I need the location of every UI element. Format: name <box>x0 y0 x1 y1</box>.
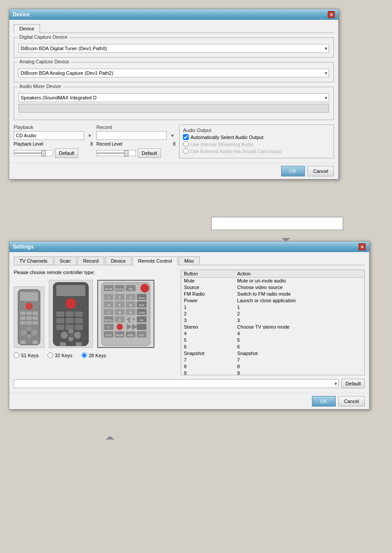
device-cancel-button[interactable]: Cancel <box>308 166 334 176</box>
svg-rect-29 <box>66 325 73 330</box>
svg-point-13 <box>27 327 31 331</box>
audio-mixer-group: Audio Mixer Device Speakers (SoundMAX In… <box>14 87 334 120</box>
audio-mixer-dropdown[interactable]: Speakers (SoundMAX Integrated D <box>18 93 329 102</box>
record-slider-track[interactable] <box>96 150 136 156</box>
table-row[interactable]: 88 <box>181 363 364 370</box>
svg-rect-24 <box>75 311 83 317</box>
settings-ok-button[interactable]: OK <box>312 396 336 407</box>
assign-dropdown[interactable] <box>14 379 339 388</box>
device-dialog-close[interactable]: ✕ <box>328 11 335 18</box>
playback-slider-row: Default <box>14 148 93 158</box>
svg-text:Source: Source <box>115 288 124 290</box>
table-row[interactable]: 66 <box>181 344 364 350</box>
svg-rect-7 <box>26 316 32 320</box>
svg-rect-10 <box>26 321 32 325</box>
external-audio-row: Use External Audio (via Sound Card Input… <box>183 148 330 154</box>
table-cell-action: 9 <box>234 370 364 376</box>
device-ok-button[interactable]: OK <box>281 166 305 176</box>
table-cell-button: 1 <box>181 304 234 311</box>
settings-dialog-titlebar: Settings ✕ <box>9 242 369 252</box>
table-row[interactable]: 99 <box>181 370 364 376</box>
table-cell-action: Mute or un-mute audio <box>234 278 364 284</box>
svg-point-2 <box>26 303 33 310</box>
table-row[interactable]: SnapshotSnapshot <box>181 350 364 357</box>
playback-level-value: 8 <box>90 142 93 146</box>
internal-streaming-label: Use Internal Streaming Audio <box>191 142 253 147</box>
remote-image-51keys[interactable] <box>14 286 44 348</box>
tab-misc[interactable]: Misc <box>179 256 200 265</box>
digital-capture-group: Digital Capture Device DiBcom BDA Digita… <box>14 37 334 58</box>
svg-point-35 <box>69 333 73 337</box>
playback-dropdown-wrapper: CD Audio ▼ <box>14 131 93 140</box>
audio-output-label: Audio Output <box>183 128 330 133</box>
audio-output-section: Audio Output Automatically Select Audio … <box>179 125 334 158</box>
table-row[interactable]: 22 <box>181 311 364 317</box>
radio-32-keys[interactable] <box>48 352 53 358</box>
record-slider-thumb[interactable] <box>124 150 128 157</box>
table-row[interactable]: 77 <box>181 357 364 363</box>
callout-top-bubble <box>211 217 343 230</box>
tab-scan[interactable]: Scan <box>54 256 77 265</box>
auto-select-label: Automatically Select Audio Output <box>191 135 264 140</box>
playback-slider-track[interactable] <box>14 150 53 156</box>
svg-text:3: 3 <box>130 296 132 300</box>
table-cell-action: 1 <box>234 304 364 311</box>
svg-text:1: 1 <box>108 296 110 300</box>
col-action: Action <box>234 270 364 278</box>
table-cell-action: Switch to FM radio mode <box>234 291 364 297</box>
auto-select-checkbox[interactable] <box>183 134 189 140</box>
table-cell-button: FM Radio <box>181 291 234 297</box>
table-row[interactable]: PowerLaunch or close application <box>181 297 364 304</box>
radio-51-keys[interactable] <box>14 352 19 358</box>
playback-default-button[interactable]: Default <box>55 148 78 158</box>
remote-image-28keys[interactable]: MUTE Source FM 1 <box>97 280 154 348</box>
table-row[interactable]: FM RadioSwitch to FM radio mode <box>181 291 364 297</box>
settings-dialog-footer: OK Cancel <box>9 393 369 409</box>
record-level-value: 8 <box>173 142 176 146</box>
settings-dialog-container: Settings ✕ TV Channels Scan Record Devic… <box>9 241 370 436</box>
label-32-keys: 32 Keys <box>55 353 73 358</box>
record-dropdown[interactable] <box>96 131 167 140</box>
record-default-button[interactable]: Default <box>138 148 161 158</box>
analog-capture-dropdown[interactable]: DiBcom BDA Analog Capture (Dev1 Path2) <box>18 69 329 77</box>
col-button: Button <box>181 270 234 278</box>
tab-device[interactable]: Device <box>105 256 132 265</box>
tab-remote-control[interactable]: Remote Control <box>132 256 178 265</box>
remote-image-32keys[interactable] <box>49 280 93 348</box>
playback-slider-thumb[interactable] <box>41 150 46 157</box>
remote-28-svg: MUTE Source FM 1 <box>99 282 152 347</box>
action-table-wrapper[interactable]: Button Action MuteMute or un-mute audioS… <box>181 270 365 375</box>
svg-text:NEXT: NEXT <box>139 334 144 337</box>
table-row[interactable]: 55 <box>181 337 364 344</box>
table-row[interactable]: 33 <box>181 317 364 324</box>
auto-select-row: Automatically Select Audio Output <box>183 134 330 140</box>
table-row[interactable]: 44 <box>181 330 364 337</box>
svg-text:4: 4 <box>108 303 110 307</box>
action-table: Button Action MuteMute or un-mute audioS… <box>181 270 364 375</box>
table-cell-button: 8 <box>181 363 234 370</box>
settings-cancel-button[interactable]: Cancel <box>338 396 365 407</box>
table-row[interactable]: SourceChoose video source <box>181 284 364 291</box>
assign-default-button[interactable]: Default <box>341 379 365 388</box>
table-row[interactable]: StereoChoose TV stereo mode <box>181 324 364 330</box>
device-dialog-titlebar: Device ✕ <box>9 9 338 20</box>
table-cell-action: 8 <box>234 363 364 370</box>
playback-dropdown[interactable]: CD Audio <box>14 131 84 140</box>
external-audio-radio[interactable] <box>183 148 189 154</box>
tab-record[interactable]: Record <box>77 256 104 265</box>
radio-28-keys[interactable] <box>81 352 87 358</box>
tab-device[interactable]: Device <box>14 24 40 33</box>
digital-capture-dropdown[interactable]: DiBcom BDA Digital Tuner (Dev1 Path0) <box>18 44 329 53</box>
remote-radio-51: 51 Keys <box>14 352 39 358</box>
internal-streaming-radio[interactable] <box>183 141 189 147</box>
remote-radio-28: 28 Keys <box>81 352 106 358</box>
record-dropdown-wrapper: ▼ <box>96 131 176 140</box>
table-cell-button: 5 <box>181 337 234 344</box>
svg-text:8: 8 <box>119 311 121 315</box>
tab-tv-channels[interactable]: TV Channels <box>14 256 53 265</box>
table-row[interactable]: MuteMute or un-mute audio <box>181 278 364 284</box>
bottom-section: Playback CD Audio ▼ Playback Level 8 <box>14 125 334 158</box>
table-cell-action: 4 <box>234 330 364 337</box>
table-row[interactable]: 11 <box>181 304 364 311</box>
settings-dialog-close[interactable]: ✕ <box>359 243 366 250</box>
